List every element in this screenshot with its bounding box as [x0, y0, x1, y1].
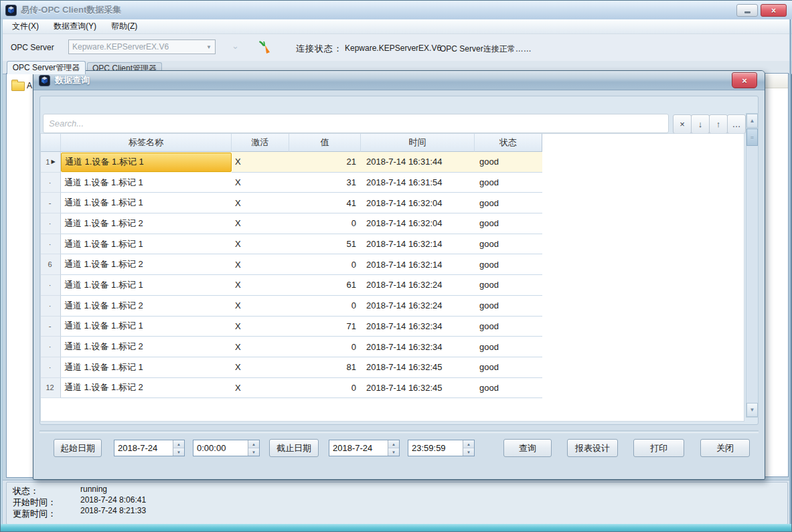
cell-time[interactable]: 2018-7-14 16:31:44 [361, 152, 475, 173]
cell-time[interactable]: 2018-7-14 16:32:34 [361, 337, 475, 357]
cell-active[interactable]: X [232, 337, 289, 357]
cell-active[interactable]: X [232, 193, 289, 213]
cell-active[interactable]: X [232, 173, 289, 193]
header-time[interactable]: 时间 [361, 134, 475, 152]
report-design-button[interactable]: 报表设计 [567, 439, 618, 457]
table-row[interactable]: · 通道 1.设备 1.标记 1 X 51 2018-7-14 16:32:14… [41, 234, 542, 255]
spinner-up-icon[interactable]: ▲ [388, 440, 399, 448]
cell-time[interactable]: 2018-7-14 16:32:34 [361, 317, 475, 337]
cell-status[interactable]: good [475, 296, 542, 317]
cell-active[interactable]: X [232, 378, 289, 399]
cell-tag-name[interactable]: 通道 1.设备 1.标记 2 [61, 337, 232, 357]
cell-status[interactable]: good [475, 275, 542, 296]
cell-tag-name[interactable]: 通道 1.设备 1.标记 2 [61, 254, 232, 275]
spinner-arrows[interactable]: ▲▼ [173, 440, 184, 456]
spinner-arrows[interactable]: ▲▼ [248, 440, 259, 456]
cell-value[interactable]: 0 [289, 254, 361, 275]
cell-active[interactable]: X [232, 317, 289, 337]
search-clear-button[interactable]: × [673, 114, 692, 134]
tree-node-label[interactable]: A [27, 81, 32, 90]
cell-active[interactable]: X [232, 254, 289, 275]
cell-status[interactable]: good [475, 234, 542, 255]
cell-tag-name[interactable]: 通道 1.设备 1.标记 1 [61, 357, 232, 378]
header-status[interactable]: 状态 [475, 134, 542, 152]
cell-value[interactable]: 21 [289, 152, 361, 173]
move-down-button[interactable]: ↓ [691, 114, 710, 134]
cell-active[interactable]: X [232, 234, 289, 255]
cell-active[interactable]: X [232, 357, 289, 378]
cell-value[interactable]: 31 [289, 173, 361, 193]
cell-value[interactable]: 61 [289, 275, 361, 296]
cell-status[interactable]: good [475, 213, 542, 234]
cell-time[interactable]: 2018-7-14 16:31:54 [361, 173, 475, 193]
cell-value[interactable]: 41 [289, 193, 361, 213]
spinner-down-icon[interactable]: ▼ [388, 448, 399, 456]
cell-status[interactable]: good [475, 152, 542, 173]
spinner-up-icon[interactable]: ▲ [463, 440, 474, 448]
dialog-close-button[interactable]: × [732, 72, 757, 88]
cell-tag-name[interactable]: 通道 1.设备 1.标记 1 [61, 234, 232, 255]
start-date-spinner[interactable]: 2018-7-24 ▲▼ [114, 440, 185, 456]
cell-tag-name[interactable]: 通道 1.设备 1.标记 1 [61, 193, 232, 213]
spinner-down-icon[interactable]: ▼ [248, 448, 259, 456]
cell-active[interactable]: X [232, 213, 289, 234]
end-time-spinner[interactable]: 23:59:59 ▲▼ [408, 440, 475, 456]
start-date-button[interactable]: 起始日期 [54, 439, 102, 457]
cell-time[interactable]: 2018-7-14 16:32:04 [361, 213, 475, 234]
scroll-up-button[interactable]: ▲ [746, 114, 758, 128]
tab-opc-server-manager[interactable]: OPC Server管理器 [7, 61, 86, 74]
table-row[interactable]: 1▶ 通道 1.设备 1.标记 1 X 21 2018-7-14 16:31:4… [41, 152, 542, 173]
close-dialog-button[interactable]: 关闭 [700, 439, 750, 457]
cell-status[interactable]: good [475, 357, 542, 378]
cell-tag-name[interactable]: 通道 1.设备 1.标记 2 [61, 296, 232, 317]
menu-file[interactable]: 文件(X) [7, 19, 44, 34]
cell-tag-name[interactable]: 通道 1.设备 1.标记 1 [61, 173, 232, 193]
scrollbar-thumb[interactable]: = [746, 128, 758, 146]
table-row[interactable]: · 通道 1.设备 1.标记 2 X 0 2018-7-14 16:32:04 … [41, 213, 542, 234]
minimize-button[interactable] [736, 4, 758, 17]
table-row[interactable]: 6 通道 1.设备 1.标记 2 X 0 2018-7-14 16:32:14 … [41, 254, 542, 275]
table-row[interactable]: 12 通道 1.设备 1.标记 2 X 0 2018-7-14 16:32:45… [41, 378, 542, 399]
cell-tag-name[interactable]: 通道 1.设备 1.标记 1 [61, 153, 232, 172]
cell-time[interactable]: 2018-7-14 16:32:04 [361, 193, 475, 213]
spinner-down-icon[interactable]: ▼ [463, 448, 474, 456]
print-button[interactable]: 打印 [633, 439, 684, 457]
cell-value[interactable]: 71 [289, 317, 361, 337]
cell-tag-name[interactable]: 通道 1.设备 1.标记 2 [61, 378, 232, 399]
cell-time[interactable]: 2018-7-14 16:32:24 [361, 275, 475, 296]
table-row[interactable]: · 通道 1.设备 1.标记 2 X 0 2018-7-14 16:32:24 … [41, 296, 542, 317]
cell-time[interactable]: 2018-7-14 16:32:14 [361, 234, 475, 255]
close-button[interactable]: × [761, 4, 787, 17]
spinner-arrows[interactable]: ▲▼ [463, 440, 474, 456]
table-row[interactable]: - 通道 1.设备 1.标记 1 X 71 2018-7-14 16:32:34… [41, 317, 542, 337]
table-row[interactable]: · 通道 1.设备 1.标记 2 X 0 2018-7-14 16:32:34 … [41, 337, 542, 357]
cell-time[interactable]: 2018-7-14 16:32:45 [361, 357, 475, 378]
cell-active[interactable]: X [232, 296, 289, 317]
spinner-arrows[interactable]: ▲▼ [388, 440, 399, 456]
menu-data-query[interactable]: 数据查询(Y) [48, 19, 102, 34]
cell-time[interactable]: 2018-7-14 16:32:24 [361, 296, 475, 317]
cell-status[interactable]: good [475, 378, 542, 399]
spinner-up-icon[interactable]: ▲ [248, 440, 259, 448]
table-row[interactable]: · 通道 1.设备 1.标记 1 X 31 2018-7-14 16:31:54… [41, 173, 542, 193]
cell-value[interactable]: 0 [289, 213, 361, 234]
cell-value[interactable]: 0 [289, 337, 361, 357]
more-options-button[interactable]: … [727, 114, 746, 134]
cell-status[interactable]: good [475, 337, 542, 357]
cell-time[interactable]: 2018-7-14 16:32:45 [361, 378, 475, 399]
spinner-down-icon[interactable]: ▼ [173, 448, 184, 456]
end-date-button[interactable]: 截止日期 [269, 439, 319, 457]
query-button[interactable]: 查询 [503, 439, 552, 457]
cell-active[interactable]: X [232, 152, 289, 173]
header-tag-name[interactable]: 标签名称 [61, 134, 232, 152]
cell-tag-name[interactable]: 通道 1.设备 1.标记 1 [61, 317, 232, 337]
header-value[interactable]: 值 [289, 134, 361, 152]
cell-status[interactable]: good [475, 254, 542, 275]
start-time-spinner[interactable]: 0:00:00 ▲▼ [193, 440, 260, 456]
cell-value[interactable]: 81 [289, 357, 361, 378]
table-row[interactable]: - 通道 1.设备 1.标记 1 X 41 2018-7-14 16:32:04… [41, 193, 542, 213]
cell-tag-name[interactable]: 通道 1.设备 1.标记 2 [61, 213, 232, 234]
opc-server-combo[interactable]: Kepware.KEPServerEX.V6 ▼ [68, 39, 216, 54]
move-up-button[interactable]: ↑ [709, 114, 728, 134]
cell-time[interactable]: 2018-7-14 16:32:14 [361, 254, 475, 275]
